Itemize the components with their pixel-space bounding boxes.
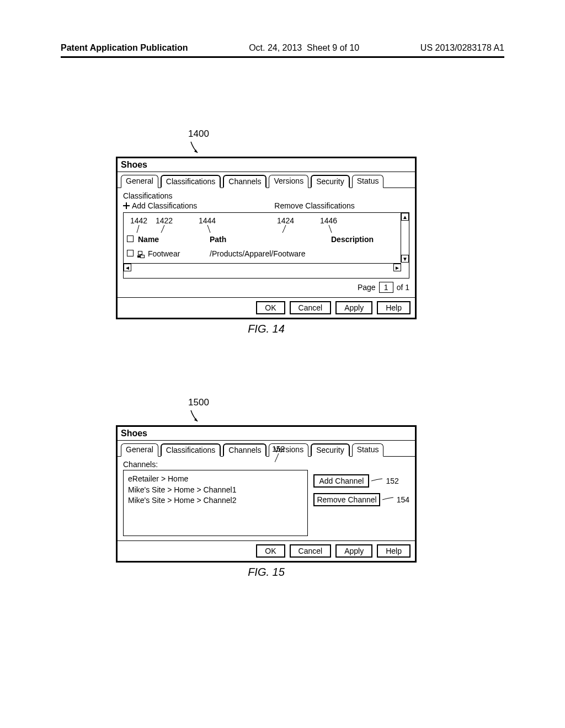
tab-channels[interactable]: Channels [223, 443, 266, 457]
tree-icon [138, 251, 146, 258]
fig14-caption: FIG. 14 [116, 323, 417, 335]
fig14-table-header: Name Path Description [127, 235, 399, 244]
fig14-button-bar: OK Cancel Apply Help [118, 297, 415, 318]
cancel-button[interactable]: Cancel [290, 544, 332, 558]
select-all-checkbox[interactable] [127, 235, 134, 242]
tab-general[interactable]: General [121, 443, 158, 457]
figure-15: 1500 Shoes General Classifications Chann… [116, 397, 417, 579]
tab-security[interactable]: Security [311, 443, 350, 457]
fig14-pager: Page 1 of 1 [123, 282, 409, 293]
fig15-dialog: Shoes General Classifications Channels V… [116, 425, 417, 563]
tab-security[interactable]: Security [311, 175, 350, 188]
col-path: Path [210, 235, 331, 244]
header-rule [61, 56, 504, 58]
fig14-inner-refnums: 1442 1422 1444 1424 1446 [127, 216, 399, 233]
fig15-caption: FIG. 15 [116, 566, 417, 579]
tab-versions[interactable]: Versions [269, 175, 308, 188]
tab-classifications[interactable]: Classifications [161, 175, 221, 188]
ref-152: 152 [386, 477, 398, 485]
page-number-input[interactable]: 1 [379, 282, 393, 293]
tab-channels[interactable]: Channels [223, 175, 266, 188]
scroll-right-icon[interactable]: ► [393, 264, 401, 271]
figure-14: 1400 Shoes General Classifications Chann… [116, 129, 417, 335]
scroll-down-icon[interactable]: ▼ [401, 255, 409, 263]
fig14-panel-title: Classifications [123, 191, 409, 200]
ok-button[interactable]: OK [256, 544, 285, 558]
tab-status[interactable]: Status [352, 175, 384, 188]
fig15-dialog-title: Shoes [118, 427, 415, 441]
row-checkbox[interactable] [127, 250, 134, 256]
channels-listbox[interactable]: eRetailer > Home Mike's Site > Home > Ch… [123, 470, 308, 536]
ref-154: 154 [397, 495, 409, 504]
fig14-dialog-title: Shoes [118, 158, 415, 172]
scroll-left-icon[interactable]: ◄ [124, 264, 131, 271]
scroll-up-icon[interactable]: ▲ [401, 213, 409, 221]
fig15-tabs: General Classifications Channels Version… [118, 441, 415, 457]
plus-icon [123, 202, 130, 209]
header-date-sheet: Oct. 24, 2013 Sheet 9 of 10 [249, 43, 359, 53]
fig15-panel: 152 Channels: eRetailer > Home Mike's Si… [118, 457, 415, 540]
fig14-table-viewport: 1442 1422 1444 1424 1446 Name Path Descr… [123, 212, 409, 279]
header-pubnum: US 2013/0283178 A1 [420, 43, 504, 53]
fig14-refnum: 1400 [188, 129, 210, 157]
vertical-scrollbar[interactable]: ▲ ▼ [401, 213, 409, 263]
fig15-refnum: 1500 [188, 397, 210, 425]
tab-general[interactable]: General [121, 175, 158, 188]
page-header: Patent Application Publication Oct. 24, … [0, 43, 565, 53]
help-button[interactable]: Help [377, 544, 411, 558]
fig15-button-bar: OK Cancel Apply Help [118, 540, 415, 561]
fig14-dialog: Shoes General Classifications Channels V… [116, 157, 417, 319]
fig15-ref-152-center: 152 [272, 445, 285, 463]
header-publication: Patent Application Publication [61, 43, 188, 53]
add-classifications-link[interactable]: Add Classifications [123, 201, 197, 210]
list-item[interactable]: eRetailer > Home [128, 474, 303, 485]
tab-status[interactable]: Status [352, 443, 384, 457]
leader-line [371, 478, 383, 484]
horizontal-scrollbar[interactable]: ◄ ► [124, 263, 401, 271]
table-row[interactable]: Footwear /Products/Apparel/Footware [127, 249, 399, 258]
list-item[interactable]: Mike's Site > Home > Channel1 [128, 485, 303, 496]
ok-button[interactable]: OK [256, 301, 285, 314]
leader-line [382, 497, 395, 502]
tab-classifications[interactable]: Classifications [161, 443, 221, 457]
apply-button[interactable]: Apply [335, 544, 372, 558]
fig14-tabs: General Classifications Channels Version… [118, 172, 415, 188]
remove-classifications-link[interactable]: Remove Classifications [274, 201, 355, 210]
help-button[interactable]: Help [377, 301, 411, 314]
add-channel-button[interactable]: Add Channel [313, 474, 369, 488]
fig15-channels-label: Channels: [123, 460, 409, 469]
fig14-panel: Classifications Add Classifications Remo… [118, 188, 415, 297]
remove-channel-button[interactable]: Remove Channel [313, 493, 380, 506]
apply-button[interactable]: Apply [335, 301, 372, 314]
cancel-button[interactable]: Cancel [290, 301, 332, 314]
col-name: Name [138, 235, 210, 244]
list-item[interactable]: Mike's Site > Home > Channel2 [128, 495, 303, 506]
